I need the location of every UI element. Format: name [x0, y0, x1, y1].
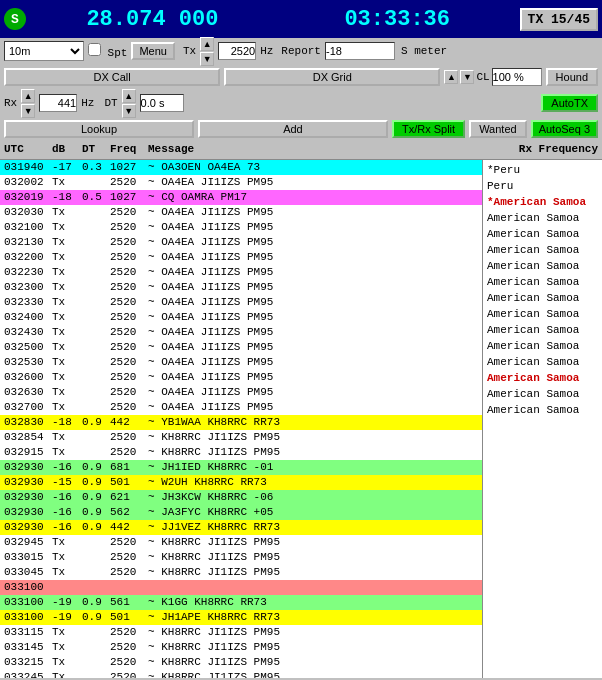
row-db: Tx [52, 430, 82, 445]
table-row[interactable]: 032230 Tx 2520 ~ OA4EA JI1IZS PM95 [0, 265, 482, 280]
table-row[interactable]: 033100 -19 0.9 561 ~ K1GG KH8RRC RR73 [0, 595, 482, 610]
tx-freq-up[interactable]: ▲ [200, 37, 214, 51]
log-panel[interactable]: 031940 -17 0.3 1027 ~ OA3OEN OA4EA 73 03… [0, 160, 482, 678]
table-row[interactable]: 033100 -19 0.9 501 ~ JH1APE KH8RRC RR73 [0, 610, 482, 625]
row-dt [82, 355, 110, 370]
table-row[interactable]: 033115 Tx 2520 ~ KH8RRC JI1IZS PM95 [0, 625, 482, 640]
dt-input[interactable] [140, 94, 184, 112]
rx-item: American Samoa [487, 338, 598, 354]
table-row[interactable]: 032400 Tx 2520 ~ OA4EA JI1IZS PM95 [0, 310, 482, 325]
table-row[interactable]: 032930 -16 0.9 442 ~ JJ1VEZ KH8RRC RR73 [0, 520, 482, 535]
row-freq: 1027 [110, 190, 148, 205]
table-row[interactable]: 033015 Tx 2520 ~ KH8RRC JI1IZS PM95 [0, 550, 482, 565]
autoseq-button[interactable]: AutoSeq 3 [531, 120, 598, 138]
cl-group: ▲ ▼ CL [444, 68, 541, 86]
row-freq: 681 [110, 460, 148, 475]
dx-grid-button[interactable]: DX Grid [224, 68, 440, 86]
table-row[interactable]: 033145 Tx 2520 ~ KH8RRC JI1IZS PM95 [0, 640, 482, 655]
row-dt: 0.9 [82, 460, 110, 475]
table-row[interactable]: 033245 Tx 2520 ~ KH8RRC JI1IZS PM95 [0, 670, 482, 678]
dt-arrows: ▲ ▼ [122, 89, 136, 118]
spt-label: Spt [88, 43, 127, 59]
row-utc: 032400 [0, 310, 52, 325]
table-row[interactable]: 032945 Tx 2520 ~ KH8RRC JI1IZS PM95 [0, 535, 482, 550]
lookup-button[interactable]: Lookup [4, 120, 194, 138]
table-row[interactable]: 032830 -18 0.9 442 ~ YB1WAA KH8RRC RR73 [0, 415, 482, 430]
tx-label: Tx [183, 45, 196, 57]
table-row[interactable]: 033215 Tx 2520 ~ KH8RRC JI1IZS PM95 [0, 655, 482, 670]
row-freq: 2520 [110, 550, 148, 565]
table-header: UTC dB DT Freq Message Rx Frequency [0, 142, 602, 160]
table-row[interactable]: 032930 -16 0.9 562 ~ JA3FYC KH8RRC +05 [0, 505, 482, 520]
dt-down[interactable]: ▼ [122, 104, 136, 118]
table-row[interactable]: 032700 Tx 2520 ~ OA4EA JI1IZS PM95 [0, 400, 482, 415]
row-db: Tx [52, 655, 82, 670]
row-dt [82, 175, 110, 190]
menu-button[interactable]: Menu [131, 42, 175, 60]
header-utc: UTC [0, 143, 52, 158]
row-utc: 032930 [0, 460, 52, 475]
row-utc: 032500 [0, 340, 52, 355]
table-row[interactable]: 032030 Tx 2520 ~ OA4EA JI1IZS PM95 [0, 205, 482, 220]
row-freq: 2520 [110, 370, 148, 385]
cl-up[interactable]: ▲ [444, 70, 458, 84]
wanted-button[interactable]: Wanted [469, 120, 527, 138]
cl-input[interactable] [492, 68, 542, 86]
row-freq: 442 [110, 415, 148, 430]
row-freq: 2520 [110, 430, 148, 445]
row-msg: ~ OA4EA JI1IZS PM95 [148, 265, 482, 280]
cl-down[interactable]: ▼ [460, 70, 474, 84]
table-row[interactable]: 032330 Tx 2520 ~ OA4EA JI1IZS PM95 [0, 295, 482, 310]
table-row[interactable]: 031940 -17 0.3 1027 ~ OA3OEN OA4EA 73 [0, 160, 482, 175]
row-db: Tx [52, 625, 82, 640]
tx-freq-input[interactable] [218, 42, 256, 60]
row-msg: ~ JH1IED KH8RRC -01 [148, 460, 482, 475]
table-row[interactable]: 032930 -16 0.9 681 ~ JH1IED KH8RRC -01 [0, 460, 482, 475]
table-row[interactable]: 032430 Tx 2520 ~ OA4EA JI1IZS PM95 [0, 325, 482, 340]
add-button[interactable]: Add [198, 120, 388, 138]
row-freq: 2520 [110, 280, 148, 295]
table-row[interactable]: 032530 Tx 2520 ~ OA4EA JI1IZS PM95 [0, 355, 482, 370]
row-utc: 033100 [0, 610, 52, 625]
dx-call-button[interactable]: DX Call [4, 68, 220, 86]
rx-freq-input[interactable] [39, 94, 77, 112]
spt-checkbox[interactable] [88, 43, 101, 56]
table-row[interactable]: 032915 Tx 2520 ~ KH8RRC JI1IZS PM95 [0, 445, 482, 460]
row-dt [82, 220, 110, 235]
row-db: Tx [52, 205, 82, 220]
table-row[interactable]: 032130 Tx 2520 ~ OA4EA JI1IZS PM95 [0, 235, 482, 250]
table-row[interactable]: 032100 Tx 2520 ~ OA4EA JI1IZS PM95 [0, 220, 482, 235]
autotx-button[interactable]: AutoTX [541, 94, 598, 112]
row-msg: ~ JA3FYC KH8RRC +05 [148, 505, 482, 520]
row-db: Tx [52, 265, 82, 280]
row-msg: ~ OA4EA JI1IZS PM95 [148, 175, 482, 190]
band-select[interactable]: 10m [4, 41, 84, 61]
table-row[interactable]: 033045 Tx 2520 ~ KH8RRC JI1IZS PM95 [0, 565, 482, 580]
table-row[interactable]: 032019 -18 0.5 1027 ~ CQ OAMRA PM17 [0, 190, 482, 205]
table-row[interactable]: 032500 Tx 2520 ~ OA4EA JI1IZS PM95 [0, 340, 482, 355]
row-dt [82, 400, 110, 415]
row-db: Tx [52, 565, 82, 580]
dt-up[interactable]: ▲ [122, 89, 136, 103]
table-row[interactable]: 032930 -16 0.9 621 ~ JH3KCW KH8RRC -06 [0, 490, 482, 505]
row-freq: 2520 [110, 400, 148, 415]
row-freq: 2520 [110, 625, 148, 640]
table-row[interactable]: 032002 Tx 2520 ~ OA4EA JI1IZS PM95 [0, 175, 482, 190]
table-row[interactable]: 032930 -15 0.9 501 ~ W2UH KH8RRC RR73 [0, 475, 482, 490]
table-row[interactable]: 032300 Tx 2520 ~ OA4EA JI1IZS PM95 [0, 280, 482, 295]
report-input[interactable] [325, 42, 395, 60]
rx-freq-up[interactable]: ▲ [21, 89, 35, 103]
row-msg: ~ OA4EA JI1IZS PM95 [148, 250, 482, 265]
table-row[interactable]: 032600 Tx 2520 ~ OA4EA JI1IZS PM95 [0, 370, 482, 385]
table-row[interactable]: 033100 [0, 580, 482, 595]
txrx-split-button[interactable]: Tx/Rx Split [392, 120, 465, 138]
row-utc: 033245 [0, 670, 52, 678]
row-db: -16 [52, 490, 82, 505]
rx-freq-down[interactable]: ▼ [21, 104, 35, 118]
table-row[interactable]: 032630 Tx 2520 ~ OA4EA JI1IZS PM95 [0, 385, 482, 400]
table-row[interactable]: 032200 Tx 2520 ~ OA4EA JI1IZS PM95 [0, 250, 482, 265]
hound-button[interactable]: Hound [546, 68, 598, 86]
row-msg: ~ CQ OAMRA PM17 [148, 190, 482, 205]
tx-freq-down[interactable]: ▼ [200, 52, 214, 66]
table-row[interactable]: 032854 Tx 2520 ~ KH8RRC JI1IZS PM95 [0, 430, 482, 445]
